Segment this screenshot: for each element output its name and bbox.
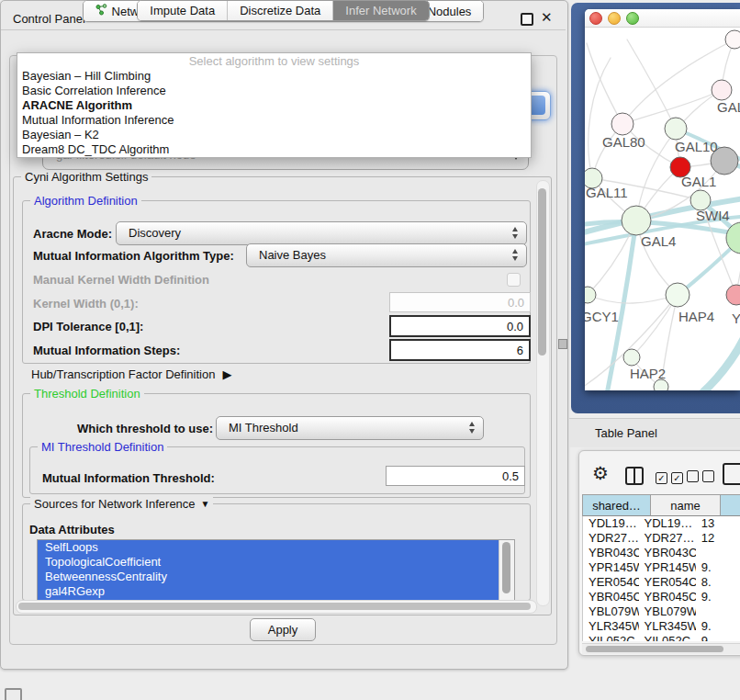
algorithm-option-mutual-information-inference[interactable]: Mutual Information Inference <box>17 113 531 128</box>
table-panel-header: Table Panel <box>569 418 740 447</box>
window-close-icon[interactable] <box>589 12 602 25</box>
table-cell: YDR27… <box>639 531 696 546</box>
dpi-tolerance-field[interactable]: 0.0 <box>389 315 531 337</box>
mi-threshold-field[interactable]: 0.5 <box>386 466 525 486</box>
node-hap2[interactable] <box>623 349 640 366</box>
node-gal4[interactable] <box>622 206 651 235</box>
algorithm-definition-legend: Algorithm Definition <box>30 194 141 208</box>
table-row[interactable]: YDR27…YDR27…12 <box>583 531 740 546</box>
gear-icon[interactable]: ⚙ <box>592 462 609 484</box>
table-row[interactable]: YLR345WYLR345W9. <box>583 619 740 634</box>
tab-impute-data[interactable]: Impute Data <box>138 1 228 20</box>
network-graph[interactable]: GALGAL80GAL10GAL1GAL11SWI4GAL4GCY1HAP4YH… <box>585 27 740 390</box>
tab-label: Impute Data <box>150 4 215 17</box>
combo-arrows-icon <box>469 422 475 434</box>
network-edge[interactable] <box>587 43 622 124</box>
window-minimize-icon[interactable] <box>608 12 621 25</box>
table-cell: YBR045C <box>583 590 639 604</box>
manual-kernel-width-checkbox[interactable] <box>507 273 521 287</box>
algorithm-option-dream8-dc-tdc-algorithm[interactable]: Dream8 DC_TDC Algorithm <box>17 142 531 157</box>
table-cell: YBL079W <box>639 604 696 619</box>
table-row[interactable]: YBR043CYBR043C <box>583 546 740 560</box>
table-cell: YIL052C <box>583 634 639 641</box>
attribute-item-topologicalcoefficient[interactable]: TopologicalCoefficient <box>38 555 499 570</box>
table-cell: 12 <box>696 531 740 546</box>
network-edge[interactable] <box>589 58 611 178</box>
tab-label: Discretize Data <box>240 4 320 17</box>
node-label-gal10: GAL10 <box>675 139 718 154</box>
which-threshold-combobox[interactable]: MI Threshold <box>216 416 484 440</box>
mi-threshold-definition-legend: MI Threshold Definition <box>38 440 167 454</box>
algorithm-option-aracne-algorithm[interactable]: ARACNE Algorithm <box>17 98 531 113</box>
column-header-shared[interactable]: shared… <box>583 495 651 516</box>
node-label-gcy1: GCY1 <box>585 309 619 324</box>
table-horizontal-scrollbar-thumb[interactable] <box>586 646 723 652</box>
split-columns-icon[interactable] <box>625 467 644 485</box>
deselect-all-columns-icon[interactable] <box>687 470 718 485</box>
aracne-mode-combobox[interactable]: Discovery <box>116 221 527 245</box>
node-hap4[interactable] <box>666 283 690 307</box>
select-all-columns-icon[interactable]: ✓✓ <box>656 470 687 484</box>
dpi-tolerance-label: DPI Tolerance [0,1]: <box>33 320 143 333</box>
network-edge[interactable] <box>588 295 678 303</box>
attribute-item-betweennesscentrality[interactable]: BetweennessCentrality <box>38 570 499 584</box>
attributes-scrollbar[interactable] <box>499 540 515 600</box>
node-label-gal80: GAL80 <box>602 134 645 150</box>
table-row[interactable]: YPR145WYPR145W9. <box>583 560 740 575</box>
mi-algorithm-type-combobox[interactable]: Naive Bayes <box>246 243 527 267</box>
network-canvas[interactable]: GALGAL80GAL10GAL1GAL11SWI4GAL4GCY1HAP4YH… <box>585 27 740 390</box>
table-row[interactable]: YDL19…YDL19…13 <box>583 516 740 531</box>
checked-box-icon: ✓ <box>656 472 667 484</box>
column-header-name[interactable]: name <box>651 495 721 516</box>
table-cell: YDL19… <box>583 516 639 531</box>
cyni-bottom-tabbar: Impute DataDiscretize DataInfer Network <box>0 0 566 21</box>
settings-vertical-scrollbar-thumb[interactable] <box>538 188 546 356</box>
table-row[interactable]: YIL052CYIL052C9 <box>583 634 740 641</box>
table-cell: YER054C <box>639 575 696 590</box>
window-zoom-icon[interactable] <box>626 12 639 25</box>
network-edge[interactable] <box>585 295 588 354</box>
kernel-width-field[interactable]: 0.0 <box>389 292 531 312</box>
attribute-item-gal4rgexp[interactable]: gal4RGexp <box>38 584 499 599</box>
tab-infer-network[interactable]: Infer Network <box>333 1 428 20</box>
collapse-right-icon: ▶ <box>222 367 231 381</box>
hub-definition-label: Hub/Transcription Factor Definition <box>31 367 215 381</box>
tab-discretize-data[interactable]: Discretize Data <box>228 1 333 20</box>
combo-arrows-icon <box>512 249 518 261</box>
network-edge[interactable] <box>669 325 740 390</box>
node-unlabeled-top[interactable] <box>725 30 740 49</box>
panel-splitter-grip[interactable] <box>558 339 567 349</box>
table-row[interactable]: YBL079WYBL079W <box>583 604 740 619</box>
export-table-icon[interactable] <box>723 463 740 485</box>
network-view-window: GALGAL80GAL10GAL1GAL11SWI4GAL4GCY1HAP4YH… <box>585 9 740 390</box>
apply-button[interactable]: Apply <box>250 618 316 641</box>
node-gcy1[interactable] <box>585 287 596 303</box>
unchecked-box-icon <box>702 470 714 482</box>
mi-steps-field[interactable]: 6 <box>389 339 531 361</box>
table-row[interactable]: YER054CYER054C8. <box>583 575 740 590</box>
node-y-pink[interactable] <box>726 285 740 305</box>
collapse-down-icon[interactable]: ▼ <box>201 497 210 511</box>
table-cell: YPR145W <box>639 560 696 575</box>
data-attributes-label: Data Attributes <box>29 523 115 536</box>
node-gal-right[interactable] <box>712 80 732 100</box>
attributes-scrollbar-thumb[interactable] <box>502 542 510 593</box>
hub-definition-toggle[interactable]: Hub/Transcription Factor Definition ▶ <box>31 367 231 381</box>
combo-arrows-icon <box>512 227 518 239</box>
settings-vertical-scrollbar[interactable] <box>536 180 550 606</box>
algorithm-option-bayesian-k2[interactable]: Bayesian – K2 <box>17 128 531 142</box>
network-window-titlebar[interactable] <box>585 9 740 28</box>
table-horizontal-scrollbar[interactable] <box>582 643 740 654</box>
aracne-mode-value: Discovery <box>129 226 181 240</box>
node-gal10[interactable] <box>665 118 687 140</box>
settings-horizontal-scrollbar[interactable] <box>16 600 537 614</box>
algorithm-option-basic-correlation-inference[interactable]: Basic Correlation Inference <box>17 84 531 98</box>
settings-horizontal-scrollbar-thumb[interactable] <box>18 603 531 610</box>
algorithm-option-bayesian-hill-climbing[interactable]: Bayesian – Hill Climbing <box>17 69 531 84</box>
docked-panel-icon[interactable] <box>5 688 22 700</box>
column-header-a[interactable]: A <box>721 495 740 516</box>
attribute-item-selfloops[interactable]: SelfLoops <box>38 540 499 555</box>
node-gal80[interactable] <box>611 113 633 135</box>
table-cell <box>696 604 740 619</box>
table-row[interactable]: YBR045CYBR045C9. <box>583 590 740 604</box>
